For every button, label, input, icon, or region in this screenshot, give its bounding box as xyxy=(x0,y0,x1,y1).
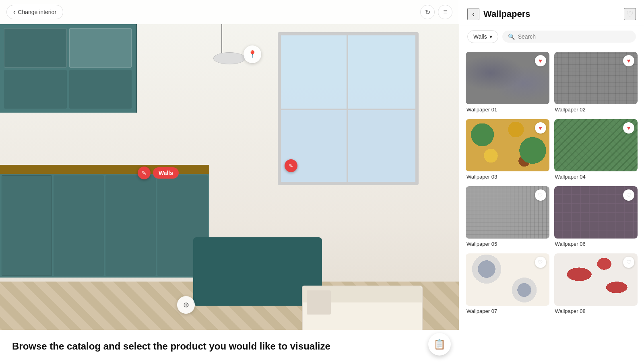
change-interior-label: Change interior xyxy=(18,9,56,15)
walls-filter-dropdown[interactable]: Walls ▾ xyxy=(467,30,498,43)
wallpaper-thumb: ♡ xyxy=(554,186,638,239)
layers-button[interactable]: ⊕ xyxy=(177,296,195,314)
wallpaper-heart-button[interactable]: ♡ xyxy=(535,189,546,201)
wallpaper-heart-button[interactable]: ♡ xyxy=(623,257,634,268)
search-icon: 🔍 xyxy=(508,33,515,40)
back-chevron-icon: ‹ xyxy=(13,8,15,16)
layers-icon: ⊕ xyxy=(183,300,189,309)
refresh-icon: ↻ xyxy=(425,8,430,16)
lamp-cord xyxy=(221,24,222,56)
walls-pin-label[interactable]: Walls xyxy=(153,167,179,179)
wallpaper-name: Wallpaper 05 xyxy=(466,239,549,249)
wallpaper-name: Wallpaper 01 xyxy=(466,104,549,114)
wallpaper-name: Wallpaper 04 xyxy=(554,171,638,181)
top-bar: ‹ Change interior ↻ ≡ xyxy=(0,0,459,24)
wallpaper-item[interactable]: ♡ Wallpaper 07 xyxy=(466,253,549,316)
pin-icon: 📍 xyxy=(248,50,257,59)
bottom-bar: Browse the catalog and select the produc… xyxy=(0,330,459,362)
window xyxy=(278,32,419,185)
wallpaper-heart-button[interactable]: ♥ xyxy=(623,122,634,134)
center-annotation-icon[interactable]: 📍 xyxy=(244,45,261,63)
wallpaper-heart-button[interactable]: ♥ xyxy=(623,55,634,66)
refresh-button[interactable]: ↻ xyxy=(420,5,435,19)
wallpaper-name: Wallpaper 08 xyxy=(554,306,638,316)
search-box: 🔍 xyxy=(502,31,636,43)
top-bar-right: ↻ ≡ xyxy=(420,5,452,19)
heart-icon: ♡ xyxy=(626,9,634,19)
back-arrow-icon: ‹ xyxy=(472,10,475,19)
lower-cabinets xyxy=(0,165,209,278)
pencil-icon-2: ✎ xyxy=(289,162,293,169)
wallpaper-thumb: ♥ xyxy=(466,52,549,104)
wallpaper-item[interactable]: ♥ Wallpaper 03 xyxy=(466,119,549,181)
browse-instruction-text: Browse the catalog and select the produc… xyxy=(12,341,330,352)
wallpaper-thumb: ♡ xyxy=(554,253,638,306)
pin-circle-2[interactable]: ✎ xyxy=(285,159,297,172)
change-interior-button[interactable]: ‹ Change interior xyxy=(6,5,63,19)
sidebar-header: ‹ Wallpapers ♡ xyxy=(459,0,644,25)
wallpaper-item[interactable]: ♥ Wallpaper 01 xyxy=(466,52,549,114)
wallpaper-thumb: ♥ xyxy=(554,52,638,104)
scene-image: 📍 ✎ Walls ✎ ⊕ xyxy=(0,0,459,362)
walls-pin-1[interactable]: ✎ Walls xyxy=(138,167,179,179)
wallpaper-name: Wallpaper 07 xyxy=(466,306,549,316)
pin-circle[interactable]: ✎ xyxy=(138,167,151,179)
wallpaper-item[interactable]: ♡ Wallpaper 06 xyxy=(554,186,638,249)
wallpapers-sidebar: ‹ Wallpapers ♡ Walls ▾ 🔍 ♥ Wallpaper 01 xyxy=(459,0,644,362)
wallpaper-name: Wallpaper 06 xyxy=(554,239,638,249)
wallpaper-name: Wallpaper 03 xyxy=(466,171,549,181)
walls-pin-2[interactable]: ✎ xyxy=(285,159,297,172)
sidebar-heart-button[interactable]: ♡ xyxy=(624,8,636,20)
sidebar-controls: Walls ▾ 🔍 xyxy=(459,25,644,48)
wallpaper-heart-button[interactable]: ♡ xyxy=(535,257,546,268)
wallpaper-thumb: ♥ xyxy=(554,119,638,171)
wallpaper-heart-button[interactable]: ♡ xyxy=(623,189,634,201)
wallpaper-heart-button[interactable]: ♥ xyxy=(535,122,546,134)
pencil-icon: ✎ xyxy=(142,170,147,176)
wallpaper-item[interactable]: ♥ Wallpaper 04 xyxy=(554,119,638,181)
document-icon: 📋 xyxy=(433,339,446,350)
walls-filter-label: Walls xyxy=(473,33,487,40)
wallpaper-name: Wallpaper 02 xyxy=(554,104,638,114)
wallpaper-item[interactable]: ♥ Wallpaper 02 xyxy=(554,52,638,114)
lamp-shade xyxy=(213,52,246,64)
search-input[interactable] xyxy=(518,33,630,40)
upper-cabinets xyxy=(0,24,137,113)
sidebar-back-button[interactable]: ‹ xyxy=(467,8,479,20)
menu-button[interactable]: ≡ xyxy=(438,5,452,19)
wallpaper-thumb: ♥ xyxy=(466,119,549,171)
wallpaper-heart-button[interactable]: ♥ xyxy=(535,55,546,66)
main-panel: ‹ Change interior ↻ ≡ xyxy=(0,0,459,362)
document-action-button[interactable]: 📋 xyxy=(428,333,451,356)
menu-icon: ≡ xyxy=(443,8,447,16)
chevron-down-icon: ▾ xyxy=(489,33,492,40)
scene-container: 📍 ✎ Walls ✎ ⊕ Browse the catalo xyxy=(0,0,459,362)
wallpaper-thumb: ♡ xyxy=(466,186,549,239)
wallpaper-item[interactable]: ♡ Wallpaper 08 xyxy=(554,253,638,316)
wallpaper-item[interactable]: ♡ Wallpaper 05 xyxy=(466,186,549,249)
wallpaper-thumb: ♡ xyxy=(466,253,549,306)
wallpaper-grid: ♥ Wallpaper 01 ♥ Wallpaper 02 ♥ Wallpape… xyxy=(459,48,644,362)
sidebar-title: Wallpapers xyxy=(483,9,620,19)
